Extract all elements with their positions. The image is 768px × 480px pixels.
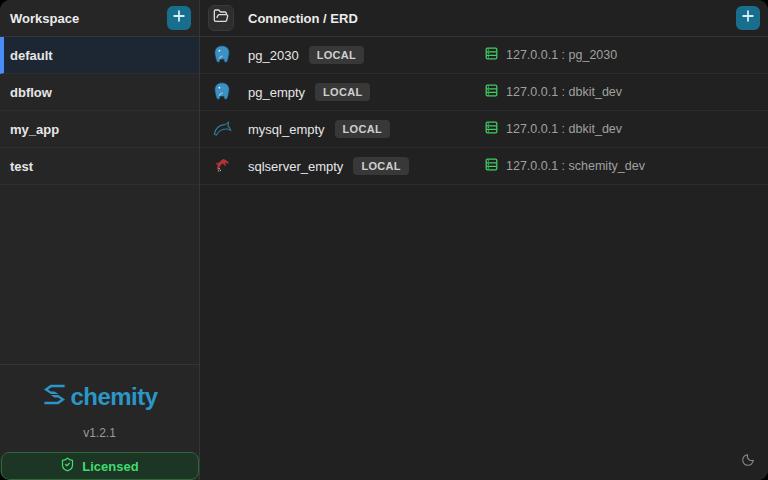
database-icon <box>484 157 499 176</box>
licensed-label: Licensed <box>82 459 138 474</box>
mysql-icon <box>210 117 234 141</box>
brand-wordmark: chemity <box>70 385 157 409</box>
theme-toggle-button[interactable] <box>739 453 757 471</box>
connection-endpoint: 127.0.0.1 : dbkit_dev <box>506 85 622 99</box>
schemity-logo-mark-icon <box>41 381 68 412</box>
workspace-item-label: default <box>10 48 53 63</box>
app-version: v1.2.1 <box>83 426 116 440</box>
sidebar-item-default[interactable]: default <box>0 37 199 74</box>
connection-panel: Connection / ERD pg_2030 LOCAL <box>200 0 768 480</box>
connection-name: mysql_empty <box>248 122 325 137</box>
connection-scope-badge: LOCAL <box>335 120 390 138</box>
folder-open-icon <box>213 8 229 28</box>
sidebar-header: Workspace <box>0 0 199 37</box>
sidebar-item-dbflow[interactable]: dbflow <box>0 74 199 111</box>
sidebar-item-my_app[interactable]: my_app <box>0 111 199 148</box>
connection-row-mysql_empty[interactable]: mysql_empty LOCAL 127.0.0.1 : dbkit_dev <box>200 111 768 148</box>
app-window: Workspace default dbflow my_app test <box>0 0 768 480</box>
connection-scope-badge: LOCAL <box>353 157 408 175</box>
shield-check-icon <box>60 457 75 475</box>
connection-name: pg_empty <box>248 85 305 100</box>
connection-row-pg_empty[interactable]: pg_empty LOCAL 127.0.0.1 : dbkit_dev <box>200 74 768 111</box>
postgres-icon <box>210 43 234 67</box>
moon-icon <box>740 452 756 472</box>
connection-endpoint: 127.0.0.1 : schemity_dev <box>506 159 645 173</box>
sidebar-item-test[interactable]: test <box>0 148 199 185</box>
add-workspace-button[interactable] <box>167 6 191 30</box>
page-title: Connection / ERD <box>248 11 358 26</box>
connection-scope-badge: LOCAL <box>315 83 370 101</box>
workspace-title: Workspace <box>10 11 79 26</box>
workspace-item-label: dbflow <box>10 85 52 100</box>
connection-name: pg_2030 <box>248 48 299 63</box>
connection-header: Connection / ERD <box>200 0 768 37</box>
connection-endpoint: 127.0.0.1 : pg_2030 <box>506 48 617 62</box>
connection-scope-badge: LOCAL <box>309 46 364 64</box>
sqlserver-icon <box>210 154 234 178</box>
workspace-item-label: my_app <box>10 122 59 137</box>
sidebar-footer: chemity v1.2.1 Licensed <box>0 364 199 480</box>
open-workspace-folder-button[interactable] <box>208 5 234 31</box>
plus-icon <box>741 9 755 27</box>
plus-icon <box>172 9 186 27</box>
licensed-button[interactable]: Licensed <box>1 452 199 480</box>
workspace-item-label: test <box>10 159 33 174</box>
connection-row-pg_2030[interactable]: pg_2030 LOCAL 127.0.0.1 : pg_2030 <box>200 37 768 74</box>
add-connection-button[interactable] <box>736 6 760 30</box>
connection-endpoint: 127.0.0.1 : dbkit_dev <box>506 122 622 136</box>
database-icon <box>484 83 499 102</box>
database-icon <box>484 120 499 139</box>
workspace-sidebar: Workspace default dbflow my_app test <box>0 0 200 480</box>
sidebar-spacer <box>0 185 199 364</box>
connection-row-sqlserver_empty[interactable]: sqlserver_empty LOCAL 127.0.0.1 : schemi… <box>200 148 768 185</box>
brand-logo: chemity <box>41 381 157 412</box>
postgres-icon <box>210 80 234 104</box>
connection-name: sqlserver_empty <box>248 159 343 174</box>
database-icon <box>484 46 499 65</box>
